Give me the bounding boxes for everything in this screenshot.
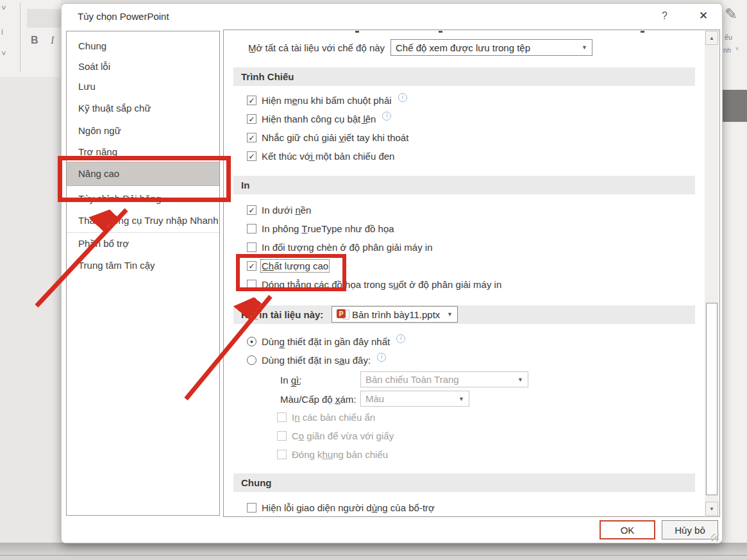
- close-icon[interactable]: ✕: [699, 9, 708, 22]
- info-icon[interactable]: i: [382, 112, 391, 121]
- checkbox-co-gian-vua-giay: [277, 431, 287, 441]
- sidebar-separator: [67, 232, 219, 233]
- sidebar-item-trung-tam-tin-cay[interactable]: Trung tâm Tin cậy: [67, 257, 219, 274]
- section-header-trinh-chieu: Trình Chiếu: [233, 67, 695, 86]
- bold-button: B: [31, 35, 38, 46]
- sidebar-item-thanh-cong-cu[interactable]: Thanh công cụ Truy nhập Nhanh: [67, 212, 219, 229]
- checkbox-label: Hiện thanh công cụ bật l̲ên: [262, 114, 376, 124]
- sidebar-item-tro-nang[interactable]: Trợ năng: [67, 144, 219, 160]
- checkbox-label: Đóng kh̲u̲ng bản chiếu: [292, 449, 388, 460]
- background-bottom-strip: [0, 543, 747, 560]
- radio-label: Dùng thiết đặt in sa̲u đây:: [262, 355, 371, 366]
- scroll-up-icon[interactable]: ▲: [705, 31, 718, 45]
- checkbox-dong-thang-do-hoa[interactable]: [247, 280, 256, 289]
- background-ribbon-left: ˅ i ˅ B I: [0, 0, 61, 77]
- chevron-down-icon: ▼: [575, 44, 587, 51]
- ok-button[interactable]: OK: [600, 520, 655, 539]
- chevron-down-icon: ˅: [735, 46, 739, 52]
- checkbox-label: Dóng thẳng các đồ họa trong su̲ốt ở độ p…: [262, 279, 501, 290]
- sidebar-item-ky-thuat[interactable]: Kỹ thuật sắp chữ: [67, 100, 219, 117]
- checkbox-label: In đối tượng chèn ở độ phân giải máy in: [262, 242, 433, 253]
- document-dropdown[interactable]: P Bản trình bày11.pptx ▼: [332, 306, 458, 323]
- help-icon[interactable]: ?: [662, 10, 667, 22]
- info-icon[interactable]: i: [377, 353, 386, 362]
- checkbox-in-duoi-nen[interactable]: ✓: [247, 205, 256, 215]
- scroll-down-icon[interactable]: ▼: [705, 502, 718, 516]
- checkbox-label: Co̲ giãn để vừa với giấy: [292, 430, 394, 441]
- info-icon[interactable]: i: [396, 334, 405, 343]
- clipped-text: [439, 31, 442, 33]
- radio-dung-thiet-dat-sau-day[interactable]: [247, 355, 256, 365]
- chevron-down-icon: ˅: [1, 49, 6, 58]
- checkbox-label: Kết thúc với̲ một bản chiếu đen: [262, 151, 394, 162]
- scrollbar-thumb[interactable]: [706, 303, 718, 495]
- powerpoint-options-dialog: Tùy chọn PowerPoint ? ✕ Chung Soát lỗi L…: [61, 3, 723, 543]
- checkbox-hien-loi-giao-dien[interactable]: [247, 503, 256, 513]
- checkbox-hien-menu[interactable]: ✓: [247, 96, 256, 105]
- checkbox-in-ban-chieu-an: [277, 412, 287, 422]
- background-dark-band: [723, 90, 747, 122]
- ribbon-divider: [20, 3, 21, 72]
- content-scrollbar[interactable]: ▲ ▼: [705, 31, 719, 516]
- checkbox-label: Hiện lỗi giao diện người dù̲ng của bổ-tr…: [262, 502, 435, 513]
- checkbox-thanh-cong-cu-bat-len[interactable]: ✓: [247, 114, 256, 124]
- checkbox-label: Nhắc giữ chú giải v̲iết tay khi thoát: [262, 132, 408, 143]
- sidebar-item-phan-bo-tro[interactable]: Phần bổ trợ: [67, 235, 219, 252]
- chevron-down-icon: ▼: [452, 396, 464, 402]
- checkbox-chat-luong-cao[interactable]: ✓: [247, 261, 256, 271]
- checkbox-label: In dưới n̲ền: [262, 205, 311, 216]
- resize-grip[interactable]: [711, 534, 719, 541]
- checkbox-in-doi-tuong-chen[interactable]: [247, 242, 256, 252]
- radio-dung-thiet-dat-gan-day[interactable]: ●: [247, 337, 256, 346]
- checkbox-label: Hiện me̲nu khi bấm chuột phải: [262, 95, 392, 106]
- chevron-down-icon: ˅: [1, 3, 6, 13]
- in-gi-label: In g̲ì̲:: [280, 375, 301, 386]
- clipped-text: [355, 31, 359, 33]
- sidebar-item-tuy-chinh-dai-bang[interactable]: Tùy chỉnh Dải băng: [67, 191, 219, 207]
- section-header-khi-in: Kh̲i̲ in tài liệu này:: [233, 305, 695, 324]
- checkbox-ket-thuc-ban-chieu-den[interactable]: ✓: [247, 151, 256, 161]
- info-icon[interactable]: i: [398, 93, 407, 102]
- cancel-button[interactable]: Hủy bỏ: [662, 520, 718, 539]
- section-header-in: In: [233, 176, 695, 194]
- section-header-chung: Chung: [233, 473, 695, 492]
- ribbon-label-fragment: ểu: [725, 33, 732, 41]
- dialog-title: Tùy chọn PowerPoint: [78, 11, 169, 22]
- pencil-icon: ✎: [725, 5, 737, 23]
- checkbox-in-phong-truetype[interactable]: [247, 224, 256, 233]
- ribbon-label-fragment: nh: [723, 46, 731, 54]
- sidebar-item-nang-cao[interactable]: Nâng cao: [67, 165, 219, 182]
- clipped-text: [641, 31, 644, 33]
- radio-label: Dùng̲ thiết đặt in gần đây nhất: [262, 336, 390, 347]
- checkbox-label: C̲h̲ất lượng cao: [262, 260, 328, 271]
- powerpoint-file-icon: P: [337, 309, 349, 319]
- mau-dropdown: Màu ▼: [360, 391, 469, 407]
- sidebar-item-luu[interactable]: Lưu: [67, 78, 219, 95]
- background-ribbon-right: ✎ ểu nh ˅: [723, 0, 747, 560]
- in-gi-dropdown: Bản chiếu Toàn Trang ▼: [360, 371, 528, 387]
- sidebar-item-chung[interactable]: Chung: [67, 38, 219, 55]
- open-mode-dropdown[interactable]: Chế độ xem được lưu trong tệp ▼: [390, 39, 592, 56]
- options-category-sidebar: Chung Soát lỗi Lưu Kỹ thuật sắp chữ Ngôn…: [66, 31, 220, 516]
- checkbox-label: In phông T̲rueType như đồ họa: [262, 223, 394, 234]
- sidebar-item-soat-loi[interactable]: Soát lỗi: [67, 58, 219, 75]
- chevron-down-icon: ▼: [511, 377, 523, 383]
- checkbox-label: In̲ các bản chiếu ẩn: [292, 412, 375, 423]
- italic-button: I: [51, 35, 54, 46]
- chevron-down-icon: ▼: [441, 311, 453, 318]
- options-content-panel: M̲ở tất cả tài liệu với chế độ này Chế đ…: [223, 30, 720, 517]
- mau-cap-do-xam-label: Màu/Cấp độ x̲ám:: [280, 394, 356, 405]
- open-mode-label: M̲ở tất cả tài liệu với chế độ này: [248, 42, 385, 53]
- font-name-box: [27, 9, 63, 28]
- checkbox-dong-khung-ban-chieu: [277, 450, 287, 459]
- checkbox-nhac-giu-chu-giai[interactable]: ✓: [247, 133, 256, 142]
- sidebar-item-ngon-ngu[interactable]: Ngôn ngữ: [67, 123, 219, 139]
